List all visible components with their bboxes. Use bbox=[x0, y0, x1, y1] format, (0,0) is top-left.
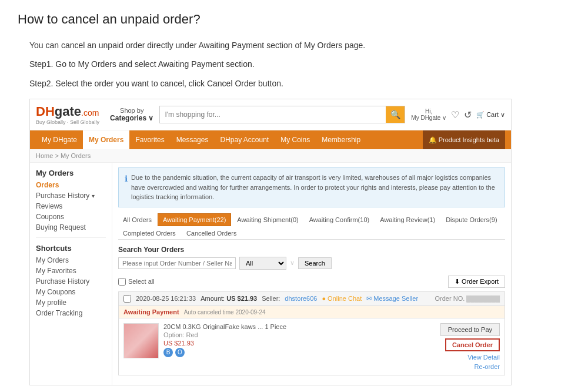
heart-icon[interactable]: ♡ bbox=[451, 109, 459, 120]
order-checkbox[interactable] bbox=[123, 295, 131, 303]
shop-by-categories: Categories ∨ bbox=[110, 114, 153, 122]
step1-text: Step1. Go to My Orders and select Awaiti… bbox=[29, 58, 570, 71]
order-seller-label: Seller: bbox=[262, 295, 280, 302]
tab-all-orders[interactable]: All Orders bbox=[118, 214, 156, 226]
product-option-value: Red bbox=[186, 331, 198, 338]
sidebar-shortcut-profile[interactable]: My profile bbox=[36, 298, 106, 307]
sidebar-item-buying-request[interactable]: Buying Request bbox=[36, 223, 106, 231]
nav-coins[interactable]: My Coins bbox=[275, 130, 316, 149]
breadcrumb: Home > My Orders bbox=[30, 149, 511, 163]
alert-icon: ℹ bbox=[125, 173, 128, 202]
tab-awaiting-payment[interactable]: Awaiting Payment(22) bbox=[158, 213, 231, 226]
dh-logo: DHgate.com Buy Globally · Sell Globally bbox=[36, 104, 99, 125]
product-name: 20CM 0.3KG OriginalFake kaws ... 1 Piece bbox=[163, 323, 436, 330]
main-area: My Orders Orders Purchase History ▾ Revi… bbox=[30, 163, 511, 385]
product-icon-2[interactable]: O bbox=[175, 348, 185, 357]
sidebar-shortcut-myorders[interactable]: My Orders bbox=[36, 256, 106, 264]
tab-awaiting-shipment[interactable]: Awaiting Shipment(0) bbox=[232, 214, 303, 226]
step2-text: Step2. Select the order you want to canc… bbox=[29, 77, 570, 90]
order-header-row: 2020-08-25 16:21:33 Amount: US $21.93 Se… bbox=[119, 292, 505, 306]
main-nav: My DHgate My Orders Favorites Messages D… bbox=[30, 130, 511, 149]
order-amount-label: Amount: US $21.93 bbox=[201, 295, 257, 302]
order-search-input[interactable] bbox=[118, 257, 236, 269]
sidebar-item-orders[interactable]: Orders bbox=[36, 181, 106, 189]
sidebar-orders-title: My Orders bbox=[36, 169, 106, 177]
order-amount-value: US $21.93 bbox=[226, 295, 257, 302]
sidebar-divider bbox=[36, 237, 106, 238]
product-price: US $21.93 bbox=[163, 340, 436, 347]
page-title: How to cancel an unpaid order? bbox=[18, 12, 570, 27]
nav-mydhgate[interactable]: My DHgate bbox=[36, 130, 83, 149]
sidebar-shortcut-purchase[interactable]: Purchase History bbox=[36, 277, 106, 286]
history-icon[interactable]: ↺ bbox=[464, 109, 472, 120]
order-search-button[interactable]: Search bbox=[298, 257, 332, 269]
message-seller-button[interactable]: ✉ Message Seller bbox=[366, 295, 418, 303]
cancel-order-button[interactable]: Cancel Order bbox=[445, 338, 500, 351]
logo-sub: Buy Globally · Sell Globally bbox=[36, 119, 99, 125]
order-status-label: Awaiting Payment bbox=[123, 308, 179, 315]
sidebar-item-purchase-history[interactable]: Purchase History ▾ bbox=[36, 192, 106, 200]
tab-completed-orders[interactable]: Completed Orders bbox=[118, 227, 181, 239]
sidebar-shortcuts-title: Shortcuts bbox=[36, 244, 106, 253]
sidebar-shortcut-favorites[interactable]: My Favorites bbox=[36, 267, 106, 275]
order-export-button[interactable]: ⬇ Order Export bbox=[448, 276, 505, 288]
shop-by-label: Shop by bbox=[120, 107, 143, 114]
product-image bbox=[123, 323, 159, 358]
tab-cancelled-orders[interactable]: Cancelled Orders bbox=[182, 227, 242, 239]
intro-text: You can cancel an unpaid order directly … bbox=[29, 39, 570, 52]
sidebar-item-coupons[interactable]: Coupons bbox=[36, 213, 106, 221]
cart-button[interactable]: 🛒 Cart ∨ bbox=[476, 111, 505, 119]
nav-membership[interactable]: Membership bbox=[316, 130, 366, 149]
search-bar: 🔍 bbox=[159, 106, 405, 123]
select-all-row: Select all bbox=[118, 278, 155, 286]
product-icons: B O bbox=[163, 348, 436, 357]
search-button[interactable]: 🔍 bbox=[386, 106, 405, 123]
nav-favorites[interactable]: Favorites bbox=[129, 130, 170, 149]
screenshot-box: DHgate.com Buy Globally · Sell Globally … bbox=[29, 99, 512, 385]
tab-awaiting-confirm[interactable]: Awaiting Confirm(10) bbox=[305, 214, 375, 226]
product-option: Option: Red bbox=[163, 331, 436, 338]
select-all-checkbox[interactable] bbox=[118, 278, 126, 286]
sidebar-shortcut-tracking[interactable]: Order Tracking bbox=[36, 309, 106, 317]
product-info: 20CM 0.3KG OriginalFake kaws ... 1 Piece… bbox=[163, 323, 436, 357]
product-icon-1[interactable]: B bbox=[163, 348, 173, 357]
user-area[interactable]: Hi, My DHgate ∨ bbox=[411, 108, 446, 121]
sidebar-shortcut-coupons[interactable]: My Coupons bbox=[36, 288, 106, 296]
sidebar: My Orders Orders Purchase History ▾ Revi… bbox=[30, 163, 112, 385]
shop-by[interactable]: Shop by Categories ∨ bbox=[110, 107, 153, 122]
logo-com: .com bbox=[81, 108, 99, 118]
reorder-link[interactable]: Re-order bbox=[475, 363, 500, 370]
order-search-select[interactable]: All bbox=[239, 257, 286, 270]
search-orders-row: All ∨ Search bbox=[118, 257, 505, 270]
proceed-to-pay-button[interactable]: Proceed to Pay bbox=[440, 323, 500, 336]
view-detail-link[interactable]: View Detail bbox=[467, 354, 500, 361]
nav-messages[interactable]: Messages bbox=[171, 130, 215, 149]
tab-dispute-orders[interactable]: Dispute Orders(9) bbox=[441, 214, 502, 226]
order-list-header: Select all ⬇ Order Export bbox=[118, 276, 505, 288]
order-item: 2020-08-25 16:21:33 Amount: US $21.93 Se… bbox=[118, 291, 505, 375]
sidebar-item-reviews[interactable]: Reviews bbox=[36, 202, 106, 210]
alert-text: Due to the pandemic situation, the curre… bbox=[131, 173, 499, 202]
select-separator: ∨ bbox=[290, 259, 295, 267]
order-tabs: All Orders Awaiting Payment(22) Awaiting… bbox=[118, 213, 505, 240]
orders-content: ℹ Due to the pandemic situation, the cur… bbox=[112, 163, 511, 385]
select-all-label: Select all bbox=[128, 278, 155, 285]
pandemic-alert: ℹ Due to the pandemic situation, the cur… bbox=[118, 167, 505, 207]
dh-header: DHgate.com Buy Globally · Sell Globally … bbox=[30, 99, 511, 130]
tab-awaiting-review[interactable]: Awaiting Review(1) bbox=[375, 214, 440, 226]
auto-cancel-time: Auto canceled time 2020-09-24 bbox=[181, 309, 266, 315]
online-chat-button[interactable]: ● Online Chat bbox=[322, 295, 362, 302]
order-seller-name[interactable]: dhstore606 bbox=[285, 295, 317, 302]
nav-myorders[interactable]: My Orders bbox=[83, 130, 129, 149]
page-container: How to cancel an unpaid order? You can c… bbox=[0, 0, 588, 386]
product-name-text: 20CM 0.3KG OriginalFake kaws ... 1 Piece bbox=[163, 323, 286, 330]
nav-product-insights[interactable]: 🔔 Product Insights beta bbox=[423, 130, 505, 149]
product-image-inner bbox=[124, 324, 158, 358]
order-body: 20CM 0.3KG OriginalFake kaws ... 1 Piece… bbox=[119, 318, 505, 375]
order-number: Order NO. ████████ bbox=[435, 295, 500, 302]
logo-gate: gate bbox=[55, 104, 81, 119]
dh-logo-top: DHgate.com bbox=[36, 104, 99, 119]
search-orders-label: Search Your Orders bbox=[118, 246, 505, 254]
search-input[interactable] bbox=[160, 106, 386, 123]
nav-dhpay[interactable]: DHpay Account bbox=[214, 130, 275, 149]
